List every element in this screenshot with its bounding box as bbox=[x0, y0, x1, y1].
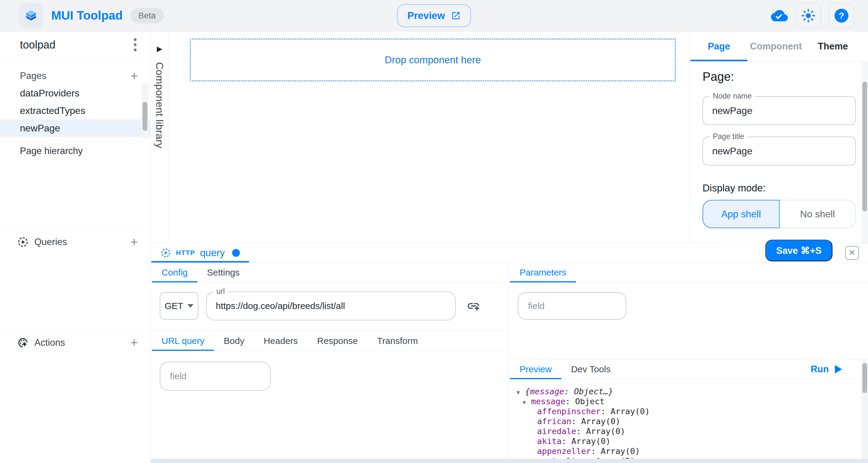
inspector-scrollbar-thumb[interactable] bbox=[862, 82, 867, 211]
tab-config[interactable]: Config bbox=[152, 263, 197, 282]
query-panel-header: HTTP query Save ⌘+S ✕ bbox=[151, 243, 868, 263]
json-key: australian bbox=[537, 456, 586, 459]
actions-click-icon bbox=[17, 337, 29, 349]
display-mode-toggle: App shell No shell bbox=[703, 200, 856, 228]
run-button[interactable]: Run bbox=[811, 364, 842, 375]
results-scrollbar-thumb[interactable] bbox=[862, 363, 867, 393]
parameters-area bbox=[509, 282, 868, 359]
url-query-field[interactable] bbox=[160, 362, 271, 391]
top-bar: MUI Toolpad Beta Preview ? bbox=[0, 0, 868, 31]
add-action-button[interactable] bbox=[129, 337, 140, 348]
json-tree-row: airedale: Array(0) bbox=[529, 426, 868, 436]
add-page-button[interactable] bbox=[129, 70, 140, 82]
json-tree-row[interactable]: ▶australian: Array(2) bbox=[529, 456, 868, 459]
toggle-app-shell[interactable]: App shell bbox=[703, 200, 780, 228]
page-title-field[interactable]: Page title bbox=[703, 136, 856, 165]
request-subtab[interactable]: Body bbox=[214, 331, 254, 350]
query-name-label: query bbox=[200, 247, 225, 259]
results-scrollbar[interactable] bbox=[861, 360, 868, 459]
json-key: akita bbox=[537, 436, 561, 446]
sidebar-page-item[interactable]: extractedTypes bbox=[0, 102, 150, 119]
page-title-input[interactable] bbox=[712, 146, 846, 157]
url-input[interactable] bbox=[216, 301, 446, 311]
json-key: airedale bbox=[537, 426, 576, 436]
request-subtab[interactable]: Transform bbox=[367, 331, 428, 350]
save-button[interactable]: Save ⌘+S bbox=[765, 240, 832, 261]
add-link-icon[interactable] bbox=[467, 299, 480, 313]
brand: MUI Toolpad Beta bbox=[19, 3, 164, 28]
project-name: toolpad bbox=[20, 38, 132, 51]
app-title: MUI Toolpad bbox=[51, 9, 123, 22]
project-menu-kebab-icon[interactable] bbox=[132, 36, 138, 53]
url-query-section: URL queryBodyHeadersResponseTransform bbox=[151, 331, 508, 391]
tab-page[interactable]: Page bbox=[690, 31, 747, 61]
json-key: affenpinscher bbox=[537, 406, 601, 416]
tab-preview[interactable]: Preview bbox=[510, 360, 561, 379]
close-panel-button[interactable]: ✕ bbox=[845, 246, 859, 260]
page-title-label: Page title bbox=[710, 132, 747, 141]
json-value: : Array(0) bbox=[591, 446, 640, 456]
parameter-field-input[interactable] bbox=[528, 301, 616, 311]
sidebar-page-item[interactable]: newPage bbox=[0, 119, 150, 137]
parameter-field[interactable] bbox=[518, 292, 626, 320]
json-tree: ▼{message: Object…}▼message: Objectaffen… bbox=[509, 379, 868, 459]
json-key: appenzeller bbox=[537, 446, 591, 456]
queries-header-label: Queries bbox=[17, 236, 129, 248]
request-subtab[interactable]: URL query bbox=[152, 331, 214, 350]
pages-list: dataProvidersextractedTypesnewPage bbox=[0, 84, 150, 137]
dropzone-label: Drop component here bbox=[384, 54, 481, 66]
pages-scrollbar[interactable] bbox=[141, 83, 149, 138]
close-icon: ✕ bbox=[849, 248, 855, 257]
help-button[interactable]: ? bbox=[829, 3, 854, 28]
url-field[interactable]: url bbox=[206, 291, 456, 320]
query-kind-label: HTTP bbox=[176, 249, 195, 257]
url-query-field-input[interactable] bbox=[170, 371, 260, 381]
node-name-field[interactable]: Node name bbox=[703, 96, 856, 125]
tab-theme[interactable]: Theme bbox=[804, 31, 861, 61]
json-tree-row: akita: Array(0) bbox=[529, 436, 868, 446]
expand-panel-arrow-icon[interactable]: ▶ bbox=[157, 44, 162, 53]
tab-parameters[interactable]: Parameters bbox=[510, 263, 576, 282]
topbar-actions: ? bbox=[771, 3, 854, 28]
json-value: : Array(0) bbox=[576, 426, 625, 436]
query-icon bbox=[17, 236, 29, 248]
json-key: message bbox=[531, 396, 565, 406]
node-name-input[interactable] bbox=[712, 105, 846, 116]
json-tree-row[interactable]: ▼message: Object bbox=[523, 396, 868, 406]
json-key: message bbox=[530, 387, 564, 396]
http-method-select[interactable]: GET bbox=[160, 292, 198, 320]
toggle-no-shell[interactable]: No shell bbox=[780, 200, 856, 228]
horizontal-scrollbar-track[interactable] bbox=[151, 459, 868, 463]
theme-toggle-button[interactable] bbox=[796, 3, 821, 28]
page-hierarchy-item[interactable]: Page hierarchy bbox=[0, 142, 150, 161]
request-subtab[interactable]: Headers bbox=[254, 331, 307, 350]
queries-section-header: Queries bbox=[0, 229, 150, 255]
json-value: : Array(0) bbox=[571, 416, 621, 426]
inspector-heading: Page: bbox=[703, 70, 856, 84]
tab-component[interactable]: Component bbox=[747, 31, 804, 61]
tree-expander-icon[interactable]: ▼ bbox=[523, 397, 531, 407]
inspector-scrollbar[interactable] bbox=[861, 62, 868, 243]
query-tab[interactable]: HTTP query bbox=[151, 243, 249, 262]
pages-scrollbar-thumb[interactable] bbox=[143, 102, 147, 131]
tab-dev-tools[interactable]: Dev Tools bbox=[561, 360, 620, 379]
tree-expander-icon[interactable]: ▶ bbox=[529, 457, 537, 459]
node-name-label: Node name bbox=[710, 92, 755, 100]
help-icon: ? bbox=[835, 9, 848, 23]
add-query-button[interactable] bbox=[129, 237, 140, 247]
component-dropzone[interactable]: Drop component here bbox=[190, 38, 676, 82]
query-results-section: Parameters Preview Dev Tools Run bbox=[509, 263, 868, 459]
tab-settings[interactable]: Settings bbox=[197, 263, 249, 282]
run-button-label: Run bbox=[811, 364, 829, 375]
pages-section-header: Pages bbox=[0, 67, 150, 84]
sidebar-page-item[interactable]: dataProviders bbox=[0, 84, 150, 102]
tree-expander-icon[interactable]: ▼ bbox=[517, 387, 525, 397]
json-tree-row[interactable]: ▼{message: Object…} bbox=[517, 387, 868, 396]
query-editor-panel: HTTP query Save ⌘+S ✕ Config Settings bbox=[151, 243, 868, 459]
component-library-panel[interactable]: ▶ Component library bbox=[151, 31, 169, 243]
preview-button[interactable]: Preview bbox=[397, 4, 471, 27]
actions-header-text: Actions bbox=[34, 337, 65, 348]
query-config-section: Config Settings GET url bbox=[151, 263, 509, 459]
request-subtab[interactable]: Response bbox=[307, 331, 367, 350]
toolpad-logo-icon bbox=[19, 3, 43, 28]
